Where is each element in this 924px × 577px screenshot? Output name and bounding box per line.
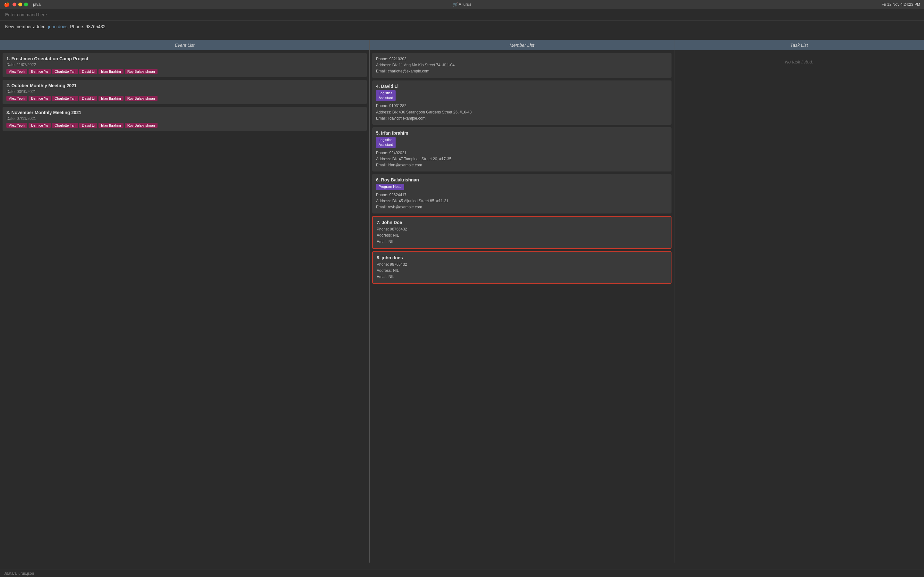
member-tag[interactable]: Irfan Ibrahim [99, 69, 124, 74]
member-tag[interactable]: Bernice Yu [29, 96, 51, 101]
event-item: 3. November Monthly Meeting 2021Date: 07… [3, 107, 367, 131]
event-item: 1. Freshmen Orientation Camp ProjectDate… [3, 53, 367, 77]
close-button[interactable] [13, 3, 16, 6]
member-detail: Phone: 98765432 [376, 261, 667, 268]
event-date: Date: 11/07/2022 [6, 63, 363, 67]
status-bar: ./data/ailurus.json [0, 570, 924, 577]
event-date: Date: 03/10/2021 [6, 89, 363, 94]
member-item: 4. David LiLogistics AssistantPhone: 910… [372, 81, 672, 125]
titlebar: 🍎 java 🛒 Ailurus Fri 12 Nov 4:24:23 PM [0, 0, 924, 9]
member-item: 6. Roy BalakrishnanProgram HeadPhone: 92… [372, 174, 672, 213]
output-highlight: john does [48, 24, 68, 29]
member-item-partial: Phone: 93210203 Address: Blk 11 Ang Mo K… [372, 53, 672, 78]
member-item: 8. john doesPhone: 98765432Address: NILE… [372, 251, 672, 284]
member-tag[interactable]: Roy Balakrishnan [125, 96, 158, 101]
member-tag[interactable]: Charlotte Tan [52, 96, 78, 101]
member-tag[interactable]: Alex Yeoh [6, 96, 27, 101]
event-panel-body[interactable]: 1. Freshmen Orientation Camp ProjectDate… [0, 50, 369, 562]
member-tag[interactable]: Irfan Ibrahim [99, 123, 124, 128]
member-name: 7. John Doe [376, 220, 667, 225]
member-detail: Phone: 92492021 [376, 150, 668, 156]
member-detail: Email: NIL [376, 239, 667, 245]
task-panel: Task List No task listed. [674, 40, 924, 562]
member-detail: Email: lidavid@example.com [376, 115, 668, 121]
member-tag[interactable]: Charlotte Tan [52, 123, 78, 128]
member-tag[interactable]: Irfan Ibrahim [99, 96, 124, 101]
member-panel-header: Member List [370, 40, 674, 50]
menu-java[interactable]: java [33, 2, 41, 7]
member-partial-phone: Phone: 93210203 [376, 56, 668, 62]
status-path: ./data/ailurus.json [4, 571, 34, 576]
main-content: Event List 1. Freshmen Orientation Camp … [0, 40, 924, 562]
member-tag[interactable]: David Li [79, 123, 97, 128]
task-empty-message: No task listed. [677, 53, 921, 71]
member-tag[interactable]: Roy Balakrishnan [125, 123, 158, 128]
member-item: 7. John DoePhone: 98765432Address: NILEm… [372, 216, 672, 249]
member-name: 5. Irfan Ibrahim [376, 131, 668, 135]
event-title: 3. November Monthly Meeting 2021 [6, 110, 363, 115]
output-prefix: New member added: [5, 24, 48, 29]
event-title: 1. Freshmen Orientation Camp Project [6, 56, 363, 61]
member-detail: Address: Blk 47 Tampines Street 20, #17-… [376, 156, 668, 162]
member-panel: Member List Phone: 93210203 Address: Blk… [370, 40, 674, 562]
member-detail: Phone: 91031282 [376, 103, 668, 109]
command-input[interactable] [5, 12, 919, 17]
member-tag[interactable]: Bernice Yu [29, 123, 51, 128]
event-date: Date: 07/11/2021 [6, 116, 363, 121]
member-name: 4. David Li [376, 84, 668, 89]
member-detail: Address: Blk 436 Serangoon Gardens Stree… [376, 109, 668, 115]
command-bar[interactable] [0, 9, 924, 21]
member-detail: Address: NIL [376, 268, 667, 274]
member-tag[interactable]: Alex Yeoh [6, 69, 27, 74]
output-suffix: ; Phone: 98765432 [68, 24, 105, 29]
member-detail: Address: NIL [376, 232, 667, 239]
titlebar-left: 🍎 java [4, 2, 41, 7]
event-title: 2. October Monthly Meeting 2021 [6, 83, 363, 88]
role-badge: Program Head [376, 184, 404, 190]
member-tag[interactable]: Alex Yeoh [6, 123, 27, 128]
member-tag[interactable]: Charlotte Tan [52, 69, 78, 74]
member-panel-body[interactable]: Phone: 93210203 Address: Blk 11 Ang Mo K… [370, 50, 674, 562]
event-panel-header: Event List [0, 40, 369, 50]
member-partial-email: Email: charlotte@example.com [376, 68, 668, 74]
event-item: 2. October Monthly Meeting 2021Date: 03/… [3, 80, 367, 104]
app-title: 🛒 Ailurus [453, 2, 472, 7]
member-tag[interactable]: Bernice Yu [29, 69, 51, 74]
member-detail: Address: Blk 45 Aljunied Street 85, #11-… [376, 198, 668, 204]
titlebar-right: Fri 12 Nov 4:24:23 PM [882, 2, 920, 7]
event-tags: Alex YeohBernice YuCharlotte TanDavid Li… [6, 69, 363, 74]
time-display: Fri 12 Nov 4:24:23 PM [882, 2, 920, 7]
member-tag[interactable]: David Li [79, 69, 97, 74]
member-item: 5. Irfan IbrahimLogistics AssistantPhone… [372, 127, 672, 171]
member-name: 6. Roy Balakrishnan [376, 177, 668, 182]
apple-menu-icon[interactable]: 🍎 [4, 2, 10, 7]
member-detail: Phone: 92624417 [376, 192, 668, 198]
role-badge: Logistics Assistant [376, 137, 396, 148]
member-detail: Email: irfan@example.com [376, 162, 668, 168]
member-partial-address: Address: Blk 11 Ang Mo Kio Street 74, #1… [376, 62, 668, 68]
task-panel-body[interactable]: No task listed. [674, 50, 924, 562]
maximize-button[interactable] [24, 3, 28, 6]
minimize-button[interactable] [18, 3, 22, 6]
output-area: New member added: john does; Phone: 9876… [0, 21, 924, 40]
member-tag[interactable]: Roy Balakrishnan [125, 69, 158, 74]
traffic-lights [13, 3, 28, 6]
event-panel: Event List 1. Freshmen Orientation Camp … [0, 40, 370, 562]
event-tags: Alex YeohBernice YuCharlotte TanDavid Li… [6, 123, 363, 128]
member-tag[interactable]: David Li [79, 96, 97, 101]
role-badge: Logistics Assistant [376, 90, 396, 101]
member-detail: Email: NIL [376, 274, 667, 280]
member-detail: Phone: 98765432 [376, 226, 667, 232]
task-panel-header: Task List [674, 40, 924, 50]
member-name: 8. john does [376, 255, 667, 260]
event-tags: Alex YeohBernice YuCharlotte TanDavid Li… [6, 96, 363, 101]
member-detail: Email: royb@example.com [376, 204, 668, 210]
